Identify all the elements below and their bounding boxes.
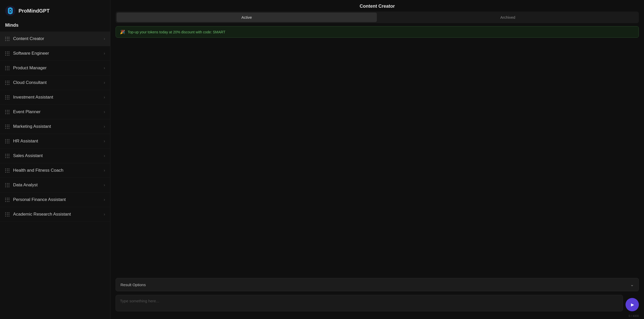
drag-icon bbox=[5, 183, 10, 187]
sidebar-item-hr-assistant[interactable]: HR Assistant› bbox=[0, 134, 110, 149]
sidebar-item-content-creator[interactable]: Content Creator› bbox=[0, 32, 110, 46]
nav-chevron-icon: › bbox=[104, 139, 105, 143]
nav-chevron-icon: › bbox=[104, 80, 105, 85]
drag-icon bbox=[5, 37, 10, 41]
drag-icon bbox=[5, 139, 10, 143]
nav-chevron-icon: › bbox=[104, 183, 105, 187]
nav-item-label: Health and Fitness Coach bbox=[13, 168, 100, 173]
result-options-bar[interactable]: Result Options ⌄ bbox=[116, 278, 639, 291]
sidebar-item-marketing-assistant[interactable]: Marketing Assistant› bbox=[0, 119, 110, 134]
sidebar-item-investment-assistant[interactable]: Investment Assistant› bbox=[0, 90, 110, 105]
nav-item-label: Investment Assistant bbox=[13, 95, 100, 100]
nav-chevron-icon: › bbox=[104, 124, 105, 129]
drag-icon bbox=[5, 154, 10, 158]
nav-chevron-icon: › bbox=[104, 51, 105, 56]
send-button[interactable]: ► bbox=[626, 298, 639, 311]
svg-point-4 bbox=[10, 10, 11, 12]
chat-input[interactable] bbox=[116, 295, 623, 311]
chat-area[interactable] bbox=[110, 40, 644, 276]
nav-chevron-icon: › bbox=[104, 197, 105, 202]
input-area: ► bbox=[116, 295, 639, 311]
nav-item-label: Marketing Assistant bbox=[13, 124, 100, 129]
tab-archived[interactable]: Archived bbox=[378, 13, 638, 22]
nav-chevron-icon: › bbox=[104, 212, 105, 217]
sidebar-item-cloud-consultant[interactable]: Cloud Consultant› bbox=[0, 75, 110, 90]
nav-item-label: Product Manager bbox=[13, 65, 100, 71]
drag-icon bbox=[5, 95, 10, 100]
main-content: Content Creator Active Archived 🎉 Top-up… bbox=[110, 0, 644, 319]
sidebar-item-personal-finance-assistant[interactable]: Personal Finance Assistant› bbox=[0, 192, 110, 207]
nav-item-label: Personal Finance Assistant bbox=[13, 197, 100, 202]
sidebar-item-software-engineer[interactable]: Software Engineer› bbox=[0, 46, 110, 61]
promo-emoji: 🎉 bbox=[120, 30, 125, 34]
token-count: 0 / 4000 bbox=[110, 314, 644, 319]
drag-icon bbox=[5, 212, 10, 217]
result-options-label: Result Options bbox=[120, 283, 146, 287]
sidebar-item-event-planner[interactable]: Event Planner› bbox=[0, 105, 110, 119]
drag-icon bbox=[5, 81, 10, 85]
nav-list: Content Creator›Software Engineer›Produc… bbox=[0, 32, 110, 222]
nav-item-label: Cloud Consultant bbox=[13, 80, 100, 85]
nav-chevron-icon: › bbox=[104, 66, 105, 70]
nav-chevron-icon: › bbox=[104, 36, 105, 41]
send-icon: ► bbox=[630, 302, 635, 308]
drag-icon bbox=[5, 51, 10, 56]
minds-section-title: Minds bbox=[0, 21, 110, 32]
sidebar-item-data-analyst[interactable]: Data Analyst› bbox=[0, 178, 110, 192]
nav-item-label: HR Assistant bbox=[13, 139, 100, 144]
app-name: ProMindGPT bbox=[18, 8, 50, 14]
drag-icon bbox=[5, 110, 10, 114]
page-title: Content Creator bbox=[110, 0, 644, 12]
app-logo-icon bbox=[5, 6, 15, 16]
drag-icon bbox=[5, 66, 10, 70]
nav-chevron-icon: › bbox=[104, 95, 105, 100]
drag-icon bbox=[5, 124, 10, 129]
nav-chevron-icon: › bbox=[104, 153, 105, 158]
tabs-bar: Active Archived bbox=[116, 12, 639, 23]
logo-area: ProMindGPT bbox=[0, 0, 110, 21]
sidebar-item-academic-research-assistant[interactable]: Academic Research Assistant› bbox=[0, 207, 110, 222]
nav-chevron-icon: › bbox=[104, 168, 105, 173]
nav-item-label: Academic Research Assistant bbox=[13, 212, 100, 217]
nav-chevron-icon: › bbox=[104, 110, 105, 114]
tab-active[interactable]: Active bbox=[117, 13, 377, 22]
sidebar-item-health-and-fitness-coach[interactable]: Health and Fitness Coach› bbox=[0, 163, 110, 178]
promo-banner: 🎉 Top-up your tokens today at 20% discou… bbox=[116, 26, 639, 38]
promo-text: Top-up your tokens today at 20% discount… bbox=[128, 30, 225, 34]
nav-item-label: Data Analyst bbox=[13, 182, 100, 188]
nav-item-label: Event Planner bbox=[13, 109, 100, 114]
nav-item-label: Sales Assistant bbox=[13, 153, 100, 158]
drag-icon bbox=[5, 198, 10, 202]
sidebar-item-sales-assistant[interactable]: Sales Assistant› bbox=[0, 149, 110, 163]
drag-icon bbox=[5, 168, 10, 173]
nav-item-label: Software Engineer bbox=[13, 51, 100, 56]
sidebar: ProMindGPT Minds Content Creator›Softwar… bbox=[0, 0, 110, 319]
chevron-down-icon: ⌄ bbox=[630, 282, 634, 287]
sidebar-item-product-manager[interactable]: Product Manager› bbox=[0, 61, 110, 75]
nav-item-label: Content Creator bbox=[13, 36, 100, 41]
